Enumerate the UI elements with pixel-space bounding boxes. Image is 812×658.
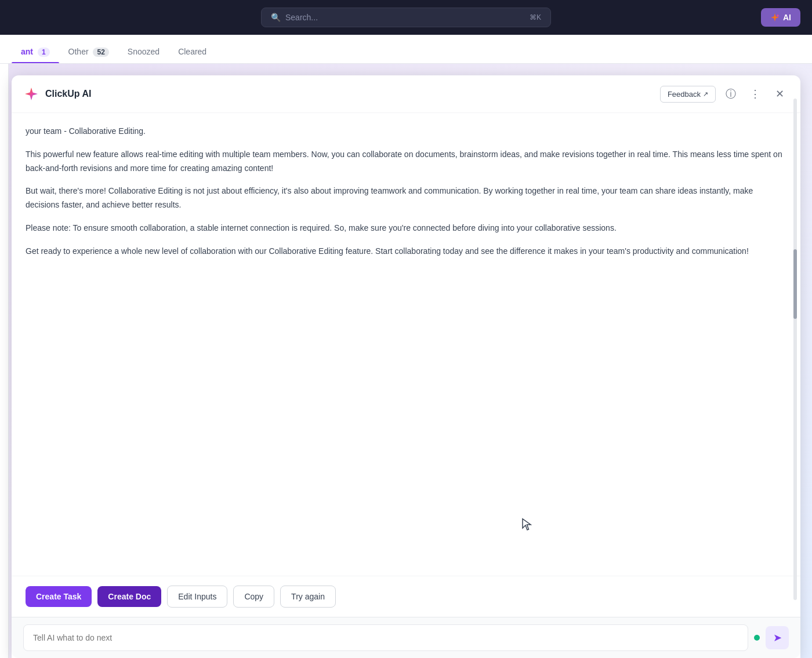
send-icon: ➤ (773, 631, 782, 644)
content-paragraph-4: Please note: To ensure smooth collaborat… (26, 221, 786, 235)
info-button[interactable]: ⓘ (722, 85, 740, 103)
copy-button[interactable]: Copy (233, 586, 274, 608)
more-icon: ⋮ (750, 88, 760, 100)
create-task-button[interactable]: Create Task (26, 586, 92, 607)
scrollbar-track[interactable] (793, 99, 797, 600)
feedback-button[interactable]: Feedback ↗ (660, 86, 716, 103)
tab-other-label: Other (68, 47, 89, 56)
search-shortcut: ⌘K (530, 13, 541, 21)
modal-title: ClickUp AI (45, 89, 91, 99)
close-button[interactable]: ✕ (770, 85, 789, 103)
tab-cleared-label: Cleared (178, 47, 206, 56)
create-doc-button[interactable]: Create Doc (97, 586, 161, 607)
tab-cleared[interactable]: Cleared (169, 40, 216, 63)
search-placeholder: Search... (285, 13, 318, 22)
content-paragraph-1: your team - Collaborative Editing. (26, 125, 786, 139)
send-button[interactable]: ➤ (766, 626, 789, 649)
top-navigation-bar: 🔍 Search... ⌘K AI (0, 0, 812, 35)
search-icon: 🔍 (271, 13, 281, 22)
edit-inputs-button[interactable]: Edit Inputs (167, 586, 227, 608)
content-paragraph-3: But wait, there's more! Collaborative Ed… (26, 184, 786, 212)
content-paragraph-5: Get ready to experience a whole new leve… (26, 245, 786, 259)
try-again-button[interactable]: Try again (280, 586, 336, 608)
main-content: ClickUp AI Feedback ↗ ⓘ ⋮ ✕ your te (0, 64, 812, 658)
action-button-bar: Create Task Create Doc Edit Inputs Copy … (12, 576, 800, 617)
modal-header: ClickUp AI Feedback ↗ ⓘ ⋮ ✕ (12, 75, 800, 113)
tab-other-badge: 52 (93, 48, 108, 57)
tab-urgent-badge: 1 (38, 48, 50, 57)
status-indicator (754, 635, 760, 641)
tab-urgent[interactable]: ant 1 (12, 40, 59, 63)
info-icon: ⓘ (726, 87, 736, 101)
modal-action-buttons: Feedback ↗ ⓘ ⋮ ✕ (660, 85, 789, 103)
content-paragraph-2: This powerful new feature allows real-ti… (26, 148, 786, 176)
feedback-label: Feedback (668, 90, 701, 99)
tab-bar: ant 1 Other 52 Snoozed Cleared (0, 35, 812, 64)
modal-body[interactable]: your team - Collaborative Editing. This … (12, 113, 800, 576)
chat-input-area: ➤ (12, 617, 800, 658)
clickup-ai-icon (23, 86, 39, 102)
tab-other[interactable]: Other 52 (59, 40, 118, 63)
more-options-button[interactable]: ⋮ (746, 85, 764, 103)
external-link-icon: ↗ (703, 90, 708, 98)
ai-button[interactable]: AI (761, 8, 800, 27)
chat-input-field[interactable] (23, 624, 748, 651)
search-bar[interactable]: 🔍 Search... ⌘K (261, 8, 551, 27)
ai-modal: ClickUp AI Feedback ↗ ⓘ ⋮ ✕ your te (12, 75, 800, 658)
left-sidebar (0, 64, 9, 658)
tab-snoozed-label: Snoozed (128, 47, 160, 56)
tab-snoozed[interactable]: Snoozed (118, 40, 169, 63)
scrollbar-thumb[interactable] (793, 249, 797, 319)
ai-button-label: AI (783, 13, 791, 22)
modal-title-section: ClickUp AI (23, 86, 660, 102)
tab-urgent-label: ant (21, 47, 33, 56)
close-icon: ✕ (775, 88, 784, 100)
ai-sparkle-icon (770, 13, 780, 22)
